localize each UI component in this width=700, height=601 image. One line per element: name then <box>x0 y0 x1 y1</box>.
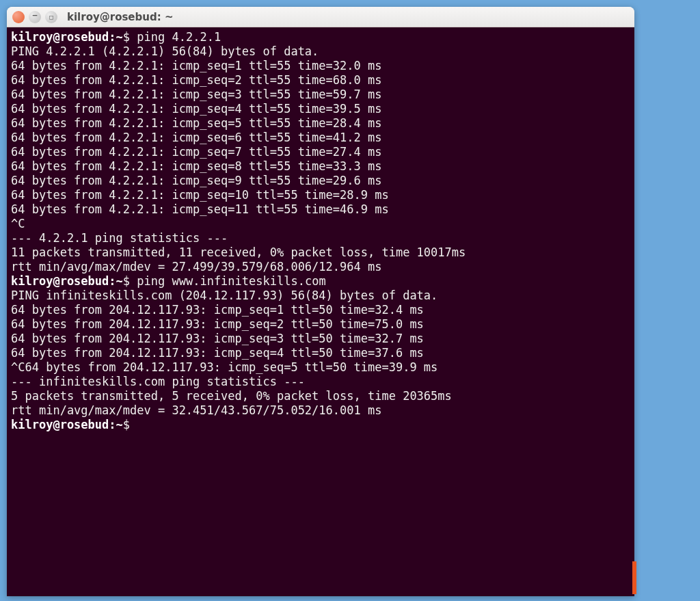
output-line: 64 bytes from 4.2.2.1: icmp_seq=3 ttl=55… <box>11 88 630 102</box>
output-line: 64 bytes from 4.2.2.1: icmp_seq=5 ttl=55… <box>11 116 630 131</box>
output-line: 64 bytes from 204.12.117.93: icmp_seq=1 … <box>11 303 630 317</box>
output-line: 11 packets transmitted, 11 received, 0% … <box>11 245 630 260</box>
output-line: 64 bytes from 4.2.2.1: icmp_seq=1 ttl=55… <box>11 59 630 73</box>
titlebar: – □ kilroy@rosebud: ~ <box>7 7 634 27</box>
output-line: 64 bytes from 4.2.2.1: icmp_seq=6 ttl=55… <box>11 131 630 145</box>
output-line: PING 4.2.2.1 (4.2.2.1) 56(84) bytes of d… <box>11 44 630 59</box>
output-line: 64 bytes from 4.2.2.1: icmp_seq=2 ttl=55… <box>11 73 630 88</box>
output-line: rtt min/avg/max/mdev = 27.499/39.579/68.… <box>11 260 630 274</box>
output-line: 64 bytes from 4.2.2.1: icmp_seq=11 ttl=5… <box>11 202 630 217</box>
terminal-body[interactable]: kilroy@rosebud:~$ ping 4.2.2.1PING 4.2.2… <box>7 27 634 596</box>
output-line: ^C64 bytes from 204.12.117.93: icmp_seq=… <box>11 360 630 375</box>
output-line: PING infiniteskills.com (204.12.117.93) … <box>11 289 630 303</box>
output-line: --- infiniteskills.com ping statistics -… <box>11 375 630 389</box>
output-line: 64 bytes from 4.2.2.1: icmp_seq=7 ttl=55… <box>11 145 630 159</box>
accent-bar <box>632 561 636 594</box>
command-1: ping 4.2.2.1 <box>137 30 221 44</box>
output-line: rtt min/avg/max/mdev = 32.451/43.567/75.… <box>11 403 630 418</box>
close-icon[interactable] <box>12 11 25 23</box>
output-line: 64 bytes from 4.2.2.1: icmp_seq=10 ttl=5… <box>11 188 630 202</box>
output-line: 64 bytes from 4.2.2.1: icmp_seq=8 ttl=55… <box>11 159 630 174</box>
output-line: 64 bytes from 204.12.117.93: icmp_seq=2 … <box>11 317 630 332</box>
prompt-user: kilroy@rosebud <box>11 30 109 44</box>
window-title: kilroy@rosebud: ~ <box>67 11 174 23</box>
output-line: 64 bytes from 4.2.2.1: icmp_seq=4 ttl=55… <box>11 102 630 116</box>
minimize-icon[interactable]: – <box>29 11 41 23</box>
prompt-line: kilroy@rosebud:~$ ping 4.2.2.1 <box>11 30 630 44</box>
prompt-line: kilroy@rosebud:~$ <box>11 418 630 432</box>
output-line: --- 4.2.2.1 ping statistics --- <box>11 231 630 245</box>
output-line: 64 bytes from 4.2.2.1: icmp_seq=9 ttl=55… <box>11 174 630 188</box>
output-line: ^C <box>11 217 630 231</box>
output-line: 64 bytes from 204.12.117.93: icmp_seq=3 … <box>11 332 630 346</box>
output-line: 5 packets transmitted, 5 received, 0% pa… <box>11 389 630 403</box>
maximize-icon[interactable]: □ <box>45 11 57 23</box>
output-line: 64 bytes from 204.12.117.93: icmp_seq=4 … <box>11 346 630 360</box>
command-2: ping www.infiniteskills.com <box>137 274 325 288</box>
prompt-line: kilroy@rosebud:~$ ping www.infiniteskill… <box>11 274 630 289</box>
terminal-window: – □ kilroy@rosebud: ~ kilroy@rosebud:~$ … <box>7 7 634 596</box>
